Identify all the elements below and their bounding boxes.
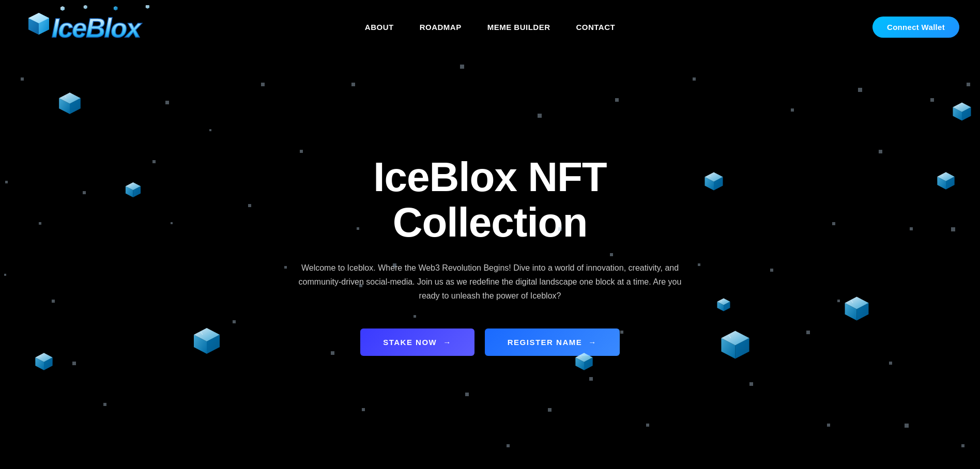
particle-dot xyxy=(284,266,287,269)
svg-marker-6 xyxy=(84,5,87,9)
particle-dot xyxy=(879,150,882,153)
particle-dot xyxy=(261,83,265,86)
hero-buttons: STAKE NOW → REGISTER NAME → xyxy=(360,329,620,356)
svg-marker-9 xyxy=(59,92,81,104)
particle-dot xyxy=(832,222,835,225)
particle-dot xyxy=(548,408,552,412)
ice-cube-decoration xyxy=(703,170,725,192)
particle-dot xyxy=(693,77,696,81)
particle-dot xyxy=(233,320,236,323)
particle-dot xyxy=(610,253,613,256)
nav-contact[interactable]: CONTACT xyxy=(576,23,615,32)
svg-line-18 xyxy=(130,184,131,186)
svg-line-28 xyxy=(201,332,203,335)
particle-dot xyxy=(749,382,753,386)
svg-marker-21 xyxy=(44,357,53,370)
ice-cube-decoration xyxy=(57,90,83,116)
svg-line-58 xyxy=(942,175,943,177)
particle-dot xyxy=(209,129,211,131)
hero-section: IceBlox NFT Collection Welcome to Iceblo… xyxy=(0,0,980,469)
svg-marker-22 xyxy=(35,353,52,362)
particle-dot xyxy=(362,408,365,411)
hero-subtitle: Welcome to Iceblox. Where the Web3 Revol… xyxy=(294,261,686,303)
svg-marker-12 xyxy=(59,92,81,104)
stake-now-button[interactable]: STAKE NOW → xyxy=(360,329,474,356)
particle-dot xyxy=(930,98,934,102)
particle-dot xyxy=(83,191,86,194)
particle-dot xyxy=(620,331,623,334)
svg-line-63 xyxy=(958,105,959,107)
svg-marker-44 xyxy=(721,331,749,345)
svg-marker-46 xyxy=(736,338,749,359)
svg-marker-56 xyxy=(946,177,955,190)
ice-cube-decoration xyxy=(936,170,956,191)
svg-marker-51 xyxy=(857,303,869,321)
svg-line-53 xyxy=(851,300,853,303)
particle-dot xyxy=(331,351,334,355)
logo-svg: IceBlox xyxy=(21,5,165,49)
ice-cube-decoration xyxy=(34,351,54,372)
particle-dot xyxy=(770,269,773,272)
svg-marker-24 xyxy=(194,328,220,341)
svg-marker-41 xyxy=(724,302,730,311)
svg-marker-37 xyxy=(705,173,723,182)
particle-dot xyxy=(538,114,542,118)
particle-dot xyxy=(72,362,76,365)
ice-cube-decoration xyxy=(191,325,222,356)
svg-marker-15 xyxy=(126,186,133,198)
svg-marker-50 xyxy=(845,303,857,321)
svg-marker-57 xyxy=(937,172,954,181)
svg-marker-60 xyxy=(953,107,962,121)
nav-about[interactable]: ABOUT xyxy=(365,23,394,32)
nav-meme-builder[interactable]: MEME BUILDER xyxy=(487,23,550,32)
svg-marker-35 xyxy=(705,177,714,191)
particle-dot xyxy=(791,108,794,112)
svg-marker-47 xyxy=(721,331,749,345)
particle-dot xyxy=(52,300,55,303)
register-name-button[interactable]: REGISTER NAME → xyxy=(485,329,620,356)
svg-marker-49 xyxy=(845,297,869,309)
ice-cube-decoration xyxy=(718,328,752,362)
particle-dot xyxy=(21,77,24,81)
particle-dot xyxy=(967,83,970,86)
svg-marker-14 xyxy=(126,182,141,190)
svg-marker-20 xyxy=(35,357,44,370)
svg-marker-11 xyxy=(70,98,81,114)
svg-marker-26 xyxy=(207,335,220,354)
particle-dot xyxy=(951,227,955,231)
particle-dot xyxy=(152,160,156,163)
nav-links: ABOUT ROADMAP MEME BUILDER CONTACT xyxy=(365,23,615,32)
connect-wallet-button[interactable]: Connect Wallet xyxy=(872,17,959,38)
svg-line-43 xyxy=(721,300,722,302)
svg-marker-52 xyxy=(845,297,869,309)
ice-cube-decoration xyxy=(716,297,731,312)
svg-marker-7 xyxy=(114,6,118,10)
particle-dot xyxy=(837,300,840,302)
particle-dot xyxy=(39,222,41,225)
ice-cube-decoration xyxy=(951,101,973,122)
nav-roadmap[interactable]: ROADMAP xyxy=(420,23,462,32)
particle-dot xyxy=(300,150,303,153)
particle-dot xyxy=(165,101,169,104)
svg-marker-27 xyxy=(194,328,220,341)
svg-line-23 xyxy=(40,355,41,357)
svg-marker-54 xyxy=(937,172,954,181)
svg-line-38 xyxy=(710,175,711,177)
particle-dot xyxy=(460,65,464,69)
particle-dot xyxy=(507,444,510,447)
navbar: IceBlox ABOUT ROADMAP MEME BUILDER CONTA… xyxy=(0,0,980,54)
particle-dot xyxy=(5,181,8,183)
particle-dot xyxy=(961,444,964,447)
svg-marker-45 xyxy=(721,338,735,359)
svg-text:IceBlox: IceBlox xyxy=(52,13,142,43)
particle-dot xyxy=(910,227,913,230)
particle-dot xyxy=(806,331,810,334)
particle-dot xyxy=(357,227,359,230)
svg-marker-42 xyxy=(717,299,730,305)
svg-marker-61 xyxy=(962,107,971,121)
svg-marker-39 xyxy=(717,299,730,305)
svg-marker-17 xyxy=(126,182,141,190)
particle-dot xyxy=(103,403,106,406)
particle-dot xyxy=(698,263,700,266)
svg-marker-36 xyxy=(714,177,723,191)
